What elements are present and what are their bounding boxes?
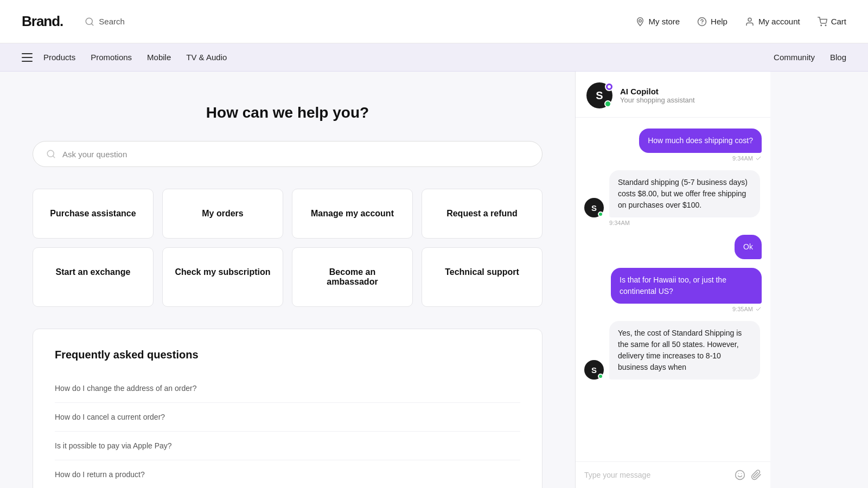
faq-item[interactable]: How do I cancel a current order? (55, 403, 520, 432)
cart-icon (818, 17, 827, 27)
message-row: How much does shipping cost? 9:34AM (584, 129, 762, 162)
attach-button[interactable] (751, 470, 762, 480)
action-cards-grid: Purchase assistance My orders Manage my … (33, 189, 542, 307)
assistant-name: AI Copilot (620, 87, 695, 96)
online-dot (604, 100, 611, 107)
help-search-bar[interactable]: Ask your question (33, 141, 542, 167)
hamburger-menu[interactable] (22, 53, 33, 62)
my-store-label: My store (649, 17, 680, 26)
chat-assistant-avatar: S (586, 82, 612, 108)
help-link[interactable]: Help (697, 17, 727, 27)
svg-line-9 (53, 156, 54, 157)
chat-input-icons (735, 470, 762, 480)
card-technical-support[interactable]: Technical support (422, 247, 542, 307)
card-manage-account[interactable]: Manage my account (292, 189, 413, 239)
message-time: 9:34AM (584, 220, 630, 226)
chat-header: S AI Copilot Your shopping assistant (576, 72, 770, 118)
message-row: Ok (584, 235, 762, 259)
faq-item[interactable]: How do I change the address of an order? (55, 374, 520, 403)
search-icon (85, 17, 94, 27)
attachment-icon (751, 470, 762, 480)
message-time: 9:34AM (732, 155, 762, 162)
subnav: Products Promotions Mobile TV & Audio Co… (0, 43, 868, 72)
chat-input-area (576, 461, 770, 488)
message-row: S Standard shipping (5-7 business days) … (584, 170, 762, 226)
chat-header-info: AI Copilot Your shopping assistant (620, 87, 695, 104)
faq-section: Frequently asked questions How do I chan… (33, 329, 542, 488)
cart-link[interactable]: Cart (818, 17, 846, 27)
card-become-ambassador[interactable]: Become an ambassador (292, 247, 413, 307)
user-message: Is that for Hawaii too, or just the cont… (611, 268, 762, 304)
emoji-button[interactable] (735, 470, 745, 480)
search-icon-help (46, 149, 56, 159)
subnav-community[interactable]: Community (774, 53, 815, 62)
subnav-right: Community Blog (774, 53, 846, 62)
help-label: Help (711, 17, 727, 26)
bot-avatar: S (584, 360, 604, 380)
my-account-link[interactable]: My account (745, 17, 800, 27)
location-icon (635, 17, 645, 27)
bot-online-dot (598, 211, 603, 217)
assistant-subtitle: Your shopping assistant (620, 96, 695, 104)
bot-message: Standard shipping (5-7 business days) co… (609, 170, 760, 217)
user-message: How much does shipping cost? (639, 129, 762, 153)
my-account-label: My account (758, 17, 800, 26)
card-my-orders[interactable]: My orders (162, 189, 283, 239)
card-request-refund[interactable]: Request a refund (422, 189, 542, 239)
svg-point-6 (821, 25, 822, 26)
main-area: How can we help you? Ask your question P… (0, 72, 868, 488)
user-icon (745, 17, 755, 27)
message-row: S Yes, the cost of Standard Shipping is … (584, 321, 762, 380)
card-purchase-assistance[interactable]: Purchase assistance (33, 189, 154, 239)
search-bar-header[interactable]: Search (85, 17, 635, 27)
chat-messages: How much does shipping cost? 9:34AM S St… (576, 118, 770, 461)
card-check-subscription[interactable]: Check my subscription (162, 247, 283, 307)
chat-panel: S AI Copilot Your shopping assistant How… (575, 72, 770, 488)
page-title: How can we help you? (33, 104, 542, 121)
svg-point-10 (608, 85, 611, 88)
bot-avatar: S (584, 198, 604, 217)
svg-point-11 (736, 471, 745, 480)
emoji-icon (735, 470, 745, 480)
bot-message: Yes, the cost of Standard Shipping is th… (609, 321, 760, 380)
purple-badge (605, 82, 614, 91)
subnav-tv-audio[interactable]: TV & Audio (186, 53, 227, 62)
svg-point-7 (825, 25, 826, 26)
subnav-blog[interactable]: Blog (830, 53, 846, 62)
faq-title: Frequently asked questions (55, 349, 520, 361)
subnav-mobile[interactable]: Mobile (147, 53, 171, 62)
card-start-exchange[interactable]: Start an exchange (33, 247, 154, 307)
subnav-products[interactable]: Products (43, 53, 75, 62)
message-time: 9:35AM (732, 306, 762, 312)
content-area: How can we help you? Ask your question P… (0, 72, 575, 488)
faq-item[interactable]: How do I return a product? (55, 460, 520, 488)
help-search-placeholder: Ask your question (62, 150, 127, 159)
my-store-link[interactable]: My store (635, 17, 680, 27)
bot-online-dot (598, 374, 603, 379)
svg-line-1 (92, 23, 93, 25)
subnav-items: Products Promotions Mobile TV & Audio (43, 53, 774, 62)
header-nav: My store Help My account Cart (635, 17, 846, 27)
brand-logo[interactable]: Brand. (22, 13, 63, 30)
search-label: Search (99, 17, 125, 26)
help-icon (697, 17, 707, 27)
subnav-promotions[interactable]: Promotions (91, 53, 132, 62)
svg-point-2 (639, 20, 641, 22)
message-row: Is that for Hawaii too, or just the cont… (584, 268, 762, 312)
chat-input[interactable] (584, 471, 729, 479)
svg-point-5 (748, 18, 751, 21)
header: Brand. Search My store Help My account (0, 0, 868, 43)
cart-label: Cart (831, 17, 846, 26)
user-message: Ok (735, 235, 762, 259)
faq-item[interactable]: Is it possible to pay via Apple Pay? (55, 432, 520, 460)
